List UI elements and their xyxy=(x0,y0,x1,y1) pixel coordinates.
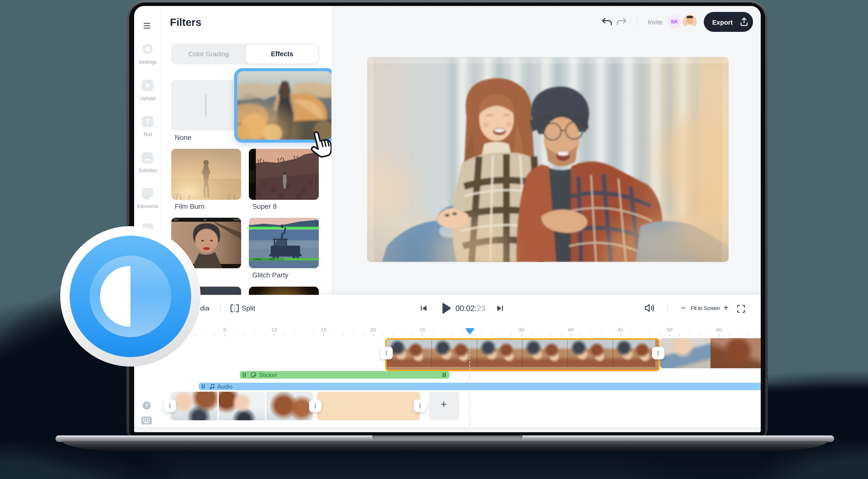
svg-text:VEO: VEO xyxy=(174,219,179,221)
svg-text:42: 42 xyxy=(204,219,206,221)
svg-text:15: 15 xyxy=(321,327,327,332)
svg-text:25: 25 xyxy=(420,327,425,332)
svg-text:50: 50 xyxy=(667,327,673,332)
svg-text:20: 20 xyxy=(370,327,376,332)
svg-text:VEED: VEED xyxy=(234,219,240,221)
svg-text:40: 40 xyxy=(568,327,574,332)
svg-text:45: 45 xyxy=(617,327,623,332)
svg-text:?: ? xyxy=(145,403,148,408)
svg-text:60: 60 xyxy=(716,327,722,332)
svg-text:10: 10 xyxy=(271,327,277,332)
svg-text:5: 5 xyxy=(223,327,226,332)
svg-text:35: 35 xyxy=(518,327,524,332)
